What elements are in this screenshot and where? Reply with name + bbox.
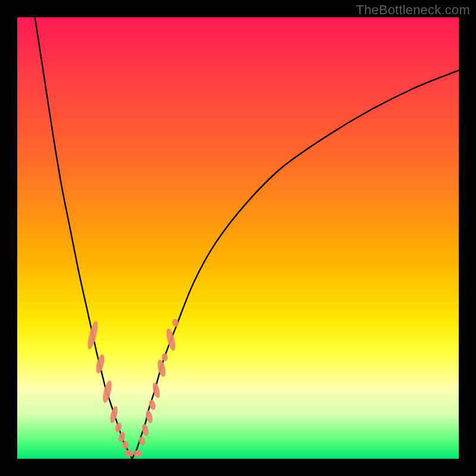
highlight-bead-left-5	[118, 431, 126, 443]
watermark-text: TheBottleneck.com	[356, 2, 470, 18]
highlight-bead-bottom-0	[124, 450, 133, 457]
chart-plot-area	[17, 17, 459, 459]
chart-svg	[17, 17, 459, 459]
highlight-bead-bottom-1	[133, 450, 142, 457]
highlight-bead-left-2	[101, 380, 114, 403]
curve-right-branch	[132, 70, 459, 459]
highlight-bead-right-6	[161, 353, 168, 362]
highlight-bead-left-6	[121, 440, 129, 449]
highlight-bead-left-1	[95, 353, 106, 374]
highlight-bead-right-7	[165, 328, 177, 352]
highlight-bead-left-3	[109, 405, 119, 424]
highlight-bead-left-4	[114, 422, 123, 433]
highlight-bead-left-0	[86, 320, 99, 350]
curve-left-branch	[35, 17, 132, 459]
highlight-bead-right-5	[156, 359, 167, 378]
chart-frame: TheBottleneck.com	[0, 0, 476, 476]
highlight-bead-right-0	[138, 436, 146, 446]
